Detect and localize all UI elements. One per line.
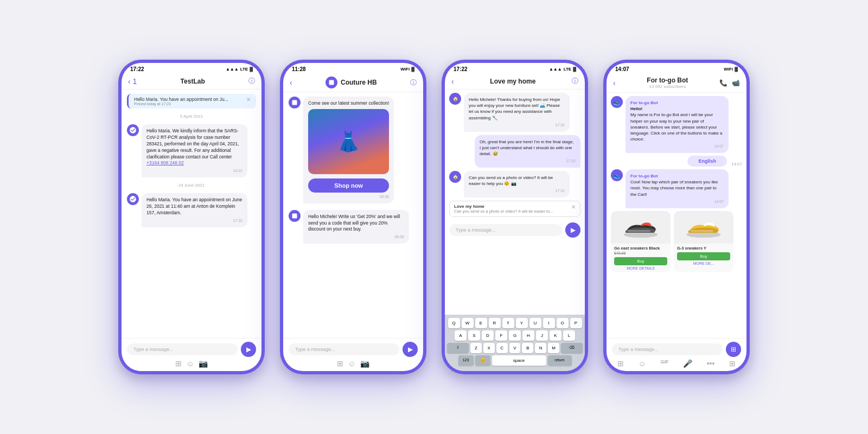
key-R[interactable]: R <box>489 318 501 328</box>
key-Q[interactable]: Q <box>448 318 460 328</box>
time-2: 11:28 <box>292 66 306 72</box>
product-info-2: G-3 sneakers Y Buy MORE DE... <box>674 244 733 267</box>
key-O[interactable]: O <box>557 318 569 328</box>
key-U[interactable]: U <box>529 318 541 328</box>
message-row-7: 👟 For to-go Bot Hello! My name is For to… <box>611 96 742 153</box>
msg-time-7: 14:07 <box>630 144 724 149</box>
sticker-icon-2[interactable]: ⊞ <box>337 359 343 368</box>
key-C[interactable]: C <box>496 343 508 353</box>
back-button-2[interactable]: ‹ <box>290 78 292 87</box>
phones-container: 17:22 ▲▲▲ LTE ▓ ‹ 1 TestLab ⓘ Hello Mar <box>107 49 761 385</box>
key-Z[interactable]: Z <box>470 343 482 353</box>
battery-icon-2: ▓ <box>411 67 414 72</box>
time-4: 14:07 <box>615 66 629 72</box>
emoji-icon-1[interactable]: ☺ <box>186 359 194 368</box>
info-button-2[interactable]: ⓘ <box>410 78 417 87</box>
more-icon[interactable]: ••• <box>707 359 715 368</box>
key-backspace[interactable]: ⌫ <box>561 343 583 353</box>
key-H[interactable]: H <box>522 330 534 341</box>
back-button-3[interactable]: ‹ <box>451 77 454 86</box>
key-space[interactable]: space <box>492 355 546 366</box>
msg-bubble-sent: Oh, great that you are here! I'm in the … <box>475 135 580 168</box>
bot-name-2: For to-go Bot <box>630 173 724 179</box>
sent-msg-row: Oh, great that you are here! I'm in the … <box>449 135 580 168</box>
phone-icon[interactable]: 📞 <box>719 79 727 87</box>
camera-icon-1[interactable]: 📷 <box>199 359 208 368</box>
key-D[interactable]: D <box>482 330 494 341</box>
sticker-icon-1[interactable]: ⊞ <box>175 359 182 368</box>
pinned-close[interactable]: ✕ <box>246 97 251 103</box>
phone-3: 17:22 ▲▲▲ LTE ▓ ‹ Love my home ⓘ 🏠 He <box>442 60 588 374</box>
msg-time-8: 14:07 <box>630 199 724 205</box>
back-button-1[interactable]: ‹ 1 <box>128 77 137 86</box>
send-button-4[interactable]: ⊞ <box>726 342 741 357</box>
msg-link-1[interactable]: +3164 808 246 02 <box>146 160 184 165</box>
phone-4: 14:07 WiFi ▓ ‹ For to-go Bot 13 092 subs… <box>603 60 750 374</box>
send-button-2[interactable]: ▶ <box>403 342 418 357</box>
bot-greeting: Hello! <box>630 106 642 111</box>
key-J[interactable]: J <box>536 330 548 341</box>
key-shift[interactable]: ⇧ <box>447 343 469 353</box>
input-row-3: Type a message... ▶ <box>449 222 580 238</box>
key-N[interactable]: N <box>535 343 546 353</box>
key-I[interactable]: I <box>543 318 555 328</box>
msg-bubble-2: Hello Maria. You have an appointment on … <box>142 193 247 227</box>
key-V[interactable]: V <box>509 343 521 353</box>
video-icon[interactable]: 📹 <box>732 79 740 87</box>
message-row-3: Come see our latest summer collection! 👗… <box>289 97 418 203</box>
english-button[interactable]: English <box>687 156 727 167</box>
shop-now-button[interactable]: Shop now <box>308 178 389 193</box>
product-image-1 <box>611 211 671 244</box>
message-input-1[interactable]: Type a message... <box>127 343 238 355</box>
key-Y[interactable]: Y <box>516 318 528 328</box>
sticker-icon-4[interactable]: ⊞ <box>617 359 624 368</box>
key-S[interactable]: S <box>468 330 480 341</box>
msg-time-3: 09:30 <box>308 194 389 200</box>
key-G[interactable]: G <box>509 330 521 341</box>
emoji-icon-4[interactable]: ☺ <box>639 359 646 368</box>
gif-icon[interactable]: GIF <box>660 359 668 368</box>
key-A[interactable]: A <box>455 330 467 341</box>
back-button-4[interactable]: ‹ <box>613 79 616 87</box>
key-emoji[interactable]: 😊 <box>475 355 490 366</box>
qr-close-btn[interactable]: ✕ <box>571 204 576 210</box>
message-input-2[interactable]: Type a message... <box>289 343 399 355</box>
send-button-3[interactable]: ▶ <box>565 222 580 238</box>
key-W[interactable]: W <box>462 318 474 328</box>
kb-row-4: 123 😊 space return <box>447 355 583 366</box>
chat-title-3: Love my home <box>490 78 535 85</box>
key-M[interactable]: M <box>548 343 559 353</box>
product-card-2: G-3 sneakers Y Buy MORE DE... <box>674 211 733 272</box>
key-B[interactable]: B <box>522 343 533 353</box>
key-T[interactable]: T <box>502 318 514 328</box>
key-K[interactable]: K <box>550 330 561 341</box>
product-card-1: Go east sneakers Black $45.99 Buy MORE D… <box>611 211 671 272</box>
message-input-4[interactable]: Type a message... <box>612 343 723 355</box>
camera-icon-2[interactable]: 📷 <box>360 359 369 368</box>
key-X[interactable]: X <box>483 343 495 353</box>
send-button-1[interactable]: ▶ <box>241 342 256 357</box>
info-button-1[interactable]: ⓘ <box>248 76 255 86</box>
key-E[interactable]: E <box>475 318 487 328</box>
signal-icon-1: ▲▲▲ <box>226 67 239 72</box>
emoji-icon-2[interactable]: ☺ <box>348 359 355 368</box>
msg-text-2: Hello Maria. You have an appointment on … <box>146 197 242 215</box>
info-button-3[interactable]: ⓘ <box>572 76 578 86</box>
notch-1 <box>170 63 213 73</box>
key-F[interactable]: F <box>495 330 507 341</box>
key-return[interactable]: return <box>548 355 572 366</box>
message-input-3[interactable]: Type a message... <box>449 224 562 236</box>
key-L[interactable]: L <box>563 330 575 341</box>
notch-2 <box>331 63 375 73</box>
bot-avatar-2: 👟 <box>611 169 623 181</box>
grid-icon[interactable]: ⊞ <box>729 359 736 368</box>
more-details-2[interactable]: MORE DE... <box>677 261 730 265</box>
msg-time-sent: 17:22 <box>480 158 576 164</box>
key-123[interactable]: 123 <box>458 355 474 366</box>
buy-button-1[interactable]: Buy <box>614 257 667 265</box>
product-info-1: Go east sneakers Black $45.99 Buy MORE D… <box>611 244 671 272</box>
buy-button-2[interactable]: Buy <box>677 252 730 260</box>
more-details-1[interactable]: MORE DETAILS <box>614 266 667 270</box>
mic-icon[interactable]: 🎤 <box>683 359 692 368</box>
key-P[interactable]: P <box>570 318 582 328</box>
